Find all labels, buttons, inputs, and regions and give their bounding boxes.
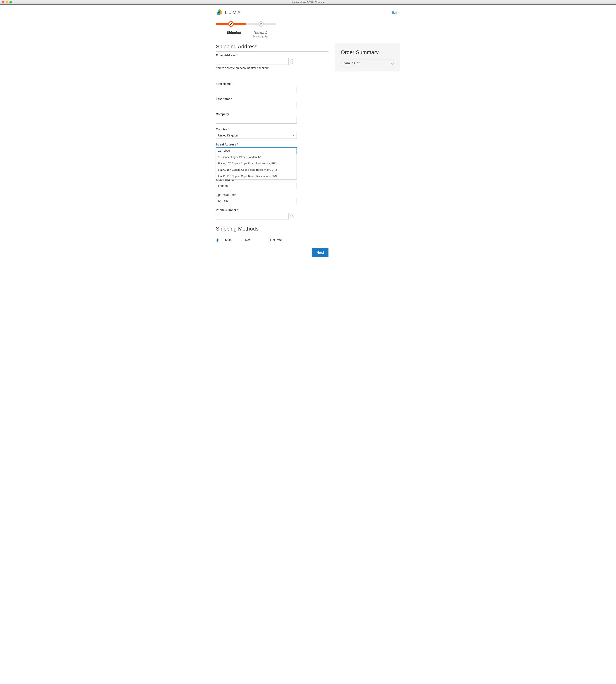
shipping-method-price: £5.00 <box>225 238 237 241</box>
order-summary-title: Order Summary <box>341 49 394 56</box>
email-hint: You can create an account after checkout… <box>216 66 297 70</box>
window-titlebar: http://localhost:3000 - Checkout <box>0 0 616 4</box>
shipping-methods-title: Shipping Methods <box>216 226 329 234</box>
autocomplete-item[interactable]: Flat B, 157 Copers Cope Road, Beckenham,… <box>216 173 296 179</box>
company-field[interactable] <box>216 117 297 124</box>
logo[interactable]: LUMA <box>216 9 241 16</box>
street-autocomplete-dropdown: 157 Copenhagen Street, London, N1 Flat A… <box>216 154 297 179</box>
firstname-field[interactable] <box>216 87 297 93</box>
country-label: Country* <box>216 128 297 131</box>
autocomplete-item[interactable]: Flat C, 157 Copers Cope Road, Beckenham,… <box>216 167 296 173</box>
section-divider <box>216 76 297 76</box>
close-window-button[interactable] <box>2 1 4 3</box>
window-title: http://localhost:3000 - Checkout <box>291 1 325 4</box>
maximize-window-button[interactable] <box>9 1 12 3</box>
sign-in-link[interactable]: Sign In <box>391 11 400 14</box>
street-field[interactable] <box>216 147 297 154</box>
header: LUMA Sign In <box>216 9 400 16</box>
state-field[interactable] <box>216 183 297 189</box>
zip-field[interactable] <box>216 198 297 204</box>
checkout-progress: 2 <box>216 21 400 27</box>
step-1-indicator <box>228 21 234 27</box>
logo-text: LUMA <box>225 10 241 15</box>
next-button[interactable]: Next <box>312 248 329 257</box>
firstname-label: First Name* <box>216 82 297 85</box>
autocomplete-item[interactable]: 157 Copenhagen Street, London, N1 <box>216 154 296 160</box>
step-2-indicator: 2 <box>259 21 264 27</box>
company-label: Company <box>216 112 297 116</box>
shipping-method-carrier: Flat Rate <box>270 238 282 241</box>
street-label: Street Address* <box>216 143 297 146</box>
phone-field[interactable] <box>216 213 289 219</box>
zip-label: Zip/Postal Code <box>216 193 297 196</box>
phone-tooltip-icon[interactable]: ? <box>290 214 294 218</box>
step-1-label: Shipping <box>221 31 247 38</box>
minimize-window-button[interactable] <box>5 1 8 3</box>
lastname-label: Last Name* <box>216 97 297 101</box>
lastname-field[interactable] <box>216 102 297 108</box>
luma-logo-icon <box>216 9 223 16</box>
phone-label: Phone Number* <box>216 208 297 212</box>
order-summary: Order Summary 1 Item in Cart <box>335 43 400 71</box>
shipping-method-row[interactable]: £5.00 Fixed Flat Rate <box>216 236 329 244</box>
autocomplete-item[interactable]: Flat A, 157 Copers Cope Road, Beckenham,… <box>216 160 296 167</box>
email-field[interactable] <box>216 58 289 65</box>
checkmark-icon <box>229 23 233 25</box>
traffic-lights <box>2 1 12 3</box>
shipping-method-radio[interactable] <box>216 238 219 241</box>
order-summary-items-toggle[interactable]: 1 Item in Cart <box>341 59 394 67</box>
shipping-address-title: Shipping Address <box>216 43 329 51</box>
svg-point-3 <box>218 12 220 14</box>
order-summary-items-label: 1 Item in Cart <box>341 62 360 65</box>
chevron-down-icon <box>391 62 394 65</box>
email-label: Email Address* <box>216 54 297 57</box>
step-2-label: Review & Payments <box>247 31 274 38</box>
email-tooltip-icon[interactable]: ? <box>290 59 294 64</box>
shipping-method-name: Fixed <box>243 238 264 241</box>
country-select[interactable]: United Kingdom <box>216 132 297 139</box>
